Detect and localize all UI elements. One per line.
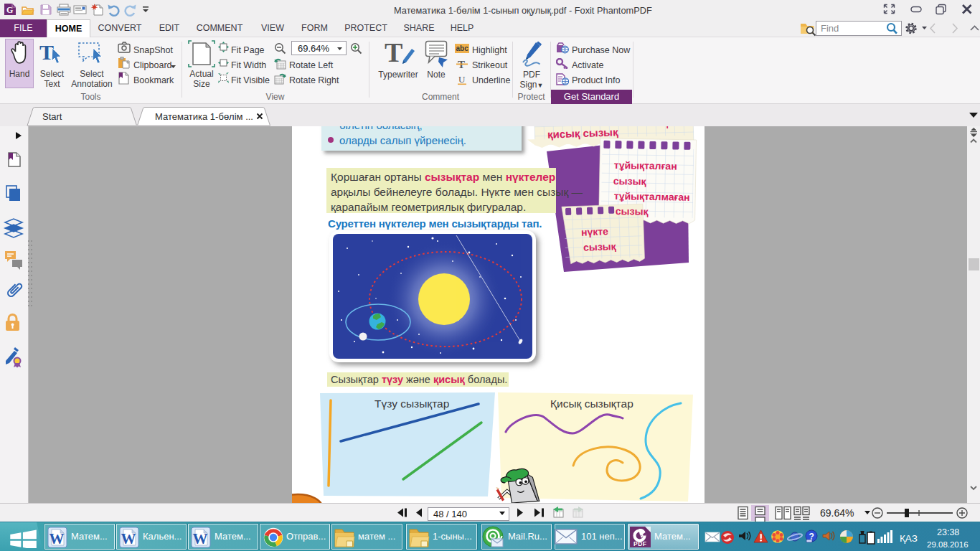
svg-text:abc: abc	[456, 44, 469, 52]
svg-text:ҚАЗ: ҚАЗ	[900, 533, 918, 544]
svg-text:69.64%: 69.64%	[820, 507, 854, 519]
svg-text:48 / 140: 48 / 140	[433, 509, 467, 519]
svg-text:Find: Find	[821, 23, 839, 34]
svg-text:PDF: PDF	[633, 540, 647, 547]
svg-text:Математика 1-бөлім ...: Математика 1-бөлім ...	[155, 111, 253, 122]
svg-text:T: T	[385, 40, 402, 67]
svg-text:23:38: 23:38	[937, 527, 959, 537]
svg-text:Start: Start	[42, 111, 62, 122]
svg-text:G: G	[6, 5, 13, 15]
svg-text:U: U	[458, 74, 466, 85]
svg-text:W: W	[50, 530, 65, 547]
svg-text:29.08.2016: 29.08.2016	[927, 540, 969, 549]
